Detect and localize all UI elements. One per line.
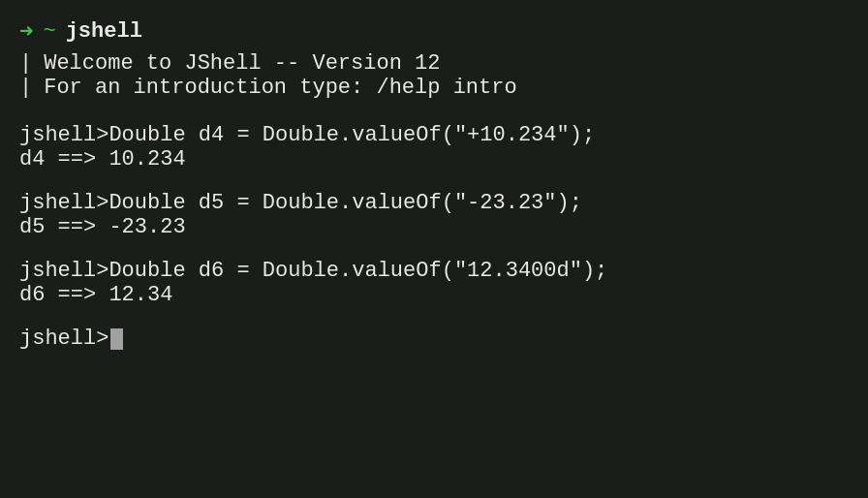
prompt-line-3: jshell> Double d6 = Double.valueOf("12.3… <box>19 259 849 283</box>
tilde-symbol: ~ <box>43 19 55 44</box>
pipe-icon-2: | <box>19 76 36 100</box>
terminal-header: ➜ ~ jshell <box>19 17 849 46</box>
welcome-block: | Welcome to JShell -- Version 12 | For … <box>19 51 849 100</box>
cursor-block <box>110 328 123 350</box>
prompt-line-2: jshell> Double d5 = Double.valueOf("-23.… <box>19 191 849 215</box>
pipe-icon-1: | <box>19 51 36 76</box>
final-prompt-line[interactable]: jshell> <box>19 327 849 351</box>
terminal-title: jshell <box>66 19 142 44</box>
welcome-text-2: For an introduction type: /help intro <box>44 76 516 100</box>
result-line-2: d5 ==> -23.23 <box>19 215 849 239</box>
command-text-3: Double d6 = Double.valueOf("12.3400d"); <box>108 259 607 283</box>
command-block-3: jshell> Double d6 = Double.valueOf("12.3… <box>19 259 849 307</box>
welcome-line-1: | Welcome to JShell -- Version 12 <box>19 51 849 76</box>
commands-container: jshell> Double d4 = Double.valueOf("+10.… <box>19 123 849 307</box>
command-block-1: jshell> Double d4 = Double.valueOf("+10.… <box>19 123 849 171</box>
final-prompt-text: jshell> <box>19 327 108 351</box>
prompt-2: jshell> <box>19 191 108 215</box>
welcome-text-1: Welcome to JShell -- Version 12 <box>44 51 440 76</box>
result-line-3: d6 ==> 12.34 <box>19 283 849 307</box>
result-line-1: d4 ==> 10.234 <box>19 147 849 171</box>
command-text-1: Double d4 = Double.valueOf("+10.234"); <box>108 123 595 147</box>
command-block-2: jshell> Double d5 = Double.valueOf("-23.… <box>19 191 849 239</box>
arrow-icon: ➜ <box>19 17 33 46</box>
prompt-1: jshell> <box>19 123 108 147</box>
prompt-3: jshell> <box>19 259 108 283</box>
welcome-line-2: | For an introduction type: /help intro <box>19 76 849 100</box>
command-text-2: Double d5 = Double.valueOf("-23.23"); <box>108 191 581 215</box>
prompt-line-1: jshell> Double d4 = Double.valueOf("+10.… <box>19 123 849 147</box>
